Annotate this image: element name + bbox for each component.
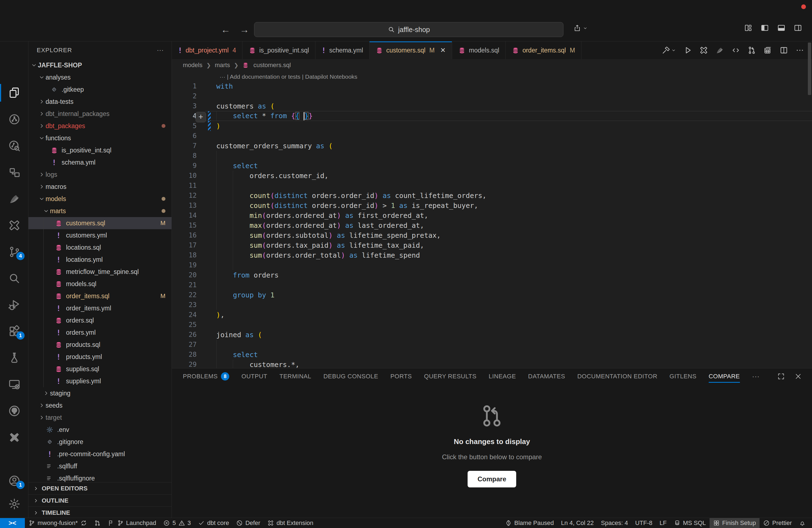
- code-line-27[interactable]: 27: [172, 340, 812, 350]
- activity-settings[interactable]: [0, 491, 28, 517]
- activity-dbt-power-user[interactable]: [0, 212, 28, 238]
- status-finish-setup[interactable]: Finish Setup: [710, 518, 759, 528]
- tree-item-target[interactable]: target: [28, 411, 172, 424]
- tree-item-functions[interactable]: functions: [28, 132, 172, 144]
- tree-item-models.sql[interactable]: models.sql: [28, 278, 172, 290]
- editor-action-build-tool[interactable]: [662, 46, 676, 55]
- tree-item-marts[interactable]: marts: [28, 205, 172, 217]
- activity-run-and-debug[interactable]: [0, 292, 28, 318]
- tree-item-locations.yml[interactable]: !locations.yml: [28, 253, 172, 266]
- code-line-29[interactable]: 29 customers.*,: [172, 360, 812, 368]
- close-icon[interactable]: ✕: [440, 46, 446, 54]
- editor-action-query-results[interactable]: [764, 46, 772, 55]
- nav-back-icon[interactable]: ←: [221, 24, 230, 35]
- activity-source-control[interactable]: 4: [0, 239, 28, 265]
- editor-action-more-actions[interactable]: [795, 46, 804, 55]
- tree-item-customers.sql[interactable]: customers.sqlM: [28, 217, 172, 229]
- code-line-26[interactable]: 26joined as (: [172, 330, 812, 340]
- tree-item-analyses[interactable]: analyses: [28, 71, 172, 84]
- panel-tab-problems[interactable]: PROBLEMS8: [183, 368, 229, 384]
- editor-action-dbt-power-user[interactable]: [699, 46, 708, 55]
- activity-dbt-query-explorer[interactable]: [0, 133, 28, 159]
- nav-forward-icon[interactable]: →: [240, 24, 249, 35]
- activity-search[interactable]: [0, 266, 28, 291]
- code-line-17[interactable]: 17 sum(orders.tax_paid) as lifetime_tax_…: [172, 240, 812, 250]
- panel-tab-documentation-editor[interactable]: DOCUMENTATION EDITOR: [577, 368, 657, 384]
- code-line-3[interactable]: 3customers as (: [172, 101, 812, 111]
- code-line-20[interactable]: 20 from orders: [172, 270, 812, 280]
- editor-action-split-editor[interactable]: [779, 46, 788, 55]
- code-line-1[interactable]: 1with: [172, 81, 812, 91]
- add-line-action-button[interactable]: +: [195, 112, 206, 122]
- tree-item-.gitkeep[interactable]: .gitkeep: [28, 84, 172, 96]
- panel-tab-output[interactable]: OUTPUT: [242, 368, 267, 384]
- status-prettier-status[interactable]: Prettier: [759, 518, 795, 528]
- status-encoding[interactable]: UTF-8: [632, 518, 656, 528]
- section-outline[interactable]: OUTLINE: [28, 494, 172, 507]
- status-launchpad[interactable]: Launchpad: [104, 518, 160, 528]
- tree-item-order_items.sql[interactable]: order_items.sqlM: [28, 290, 172, 302]
- status-remote-indicator[interactable]: ><: [0, 518, 25, 528]
- tree-item-orders.yml[interactable]: !orders.yml: [28, 326, 172, 339]
- status-cursor-position[interactable]: Ln 4, Col 22: [557, 518, 597, 528]
- toggle-panel-icon[interactable]: [777, 24, 785, 32]
- tree-item-.env[interactable]: .env: [28, 424, 172, 436]
- tree-item-.sqlfluffignore[interactable]: .sqlfluffignore: [28, 472, 172, 482]
- code-line-4[interactable]: 4+ select * from {{ }}: [172, 111, 812, 121]
- activity-extensions[interactable]: 1: [0, 319, 28, 344]
- panel-tab-lineage[interactable]: LINEAGE: [489, 368, 516, 384]
- status-indentation[interactable]: Spaces: 4: [597, 518, 632, 528]
- code-line-19[interactable]: 19: [172, 260, 812, 270]
- status-dbt-extension-status[interactable]: dbt Extension: [264, 518, 317, 528]
- status-eol-sequence[interactable]: LF: [656, 518, 670, 528]
- tree-item-products.yml[interactable]: !products.yml: [28, 351, 172, 363]
- activity-dependencies[interactable]: [0, 160, 28, 185]
- activity-accounts[interactable]: 1: [0, 468, 28, 494]
- panel-more-actions[interactable]: ···: [752, 372, 759, 381]
- compare-button[interactable]: Compare: [468, 471, 516, 487]
- breadcrumb-item[interactable]: customers.sql: [253, 62, 291, 69]
- tab-models.sql[interactable]: models.sql: [452, 41, 506, 59]
- tree-item-macros[interactable]: macros: [28, 180, 172, 193]
- code-line-9[interactable]: 9 select: [172, 161, 812, 171]
- tree-item-.gitignore[interactable]: .gitignore: [28, 436, 172, 448]
- share-export-button[interactable]: [574, 24, 588, 32]
- activity-remote-explorer[interactable]: [0, 372, 28, 397]
- panel-tab-query-results[interactable]: QUERY RESULTS: [424, 368, 476, 384]
- code-line-16[interactable]: 16 sum(orders.subtotal) as lifetime_spen…: [172, 230, 812, 240]
- status-notifications[interactable]: [795, 518, 809, 528]
- code-line-5[interactable]: 5): [172, 121, 812, 131]
- codelens-actions[interactable]: ··· | Add documentation or tests | Datap…: [220, 72, 358, 81]
- code-line-22[interactable]: 22 group by 1: [172, 290, 812, 300]
- code-line-15[interactable]: 15 max(orders.ordered_at) as last_ordere…: [172, 220, 812, 230]
- breadcrumb-item[interactable]: marts: [215, 62, 230, 69]
- tree-item-dbt_packages[interactable]: dbt_packages: [28, 120, 172, 132]
- code-line-13[interactable]: 13 count(distinct orders.order_id) > 1 a…: [172, 201, 812, 210]
- tree-item-supplies.yml[interactable]: !supplies.yml: [28, 375, 172, 387]
- code-line-6[interactable]: 6: [172, 131, 812, 141]
- maximize-panel-icon[interactable]: [777, 372, 785, 380]
- panel-tab-compare[interactable]: COMPARE: [709, 368, 740, 384]
- close-panel-icon[interactable]: [794, 372, 802, 380]
- editor-action-dbt[interactable]: [715, 46, 724, 55]
- breadcrumb-item[interactable]: models: [183, 62, 202, 69]
- tree-item-supplies.sql[interactable]: supplies.sql: [28, 363, 172, 375]
- editor-action-git-compare[interactable]: [748, 46, 756, 55]
- code-line-12[interactable]: 12 count(distinct orders.order_id) as co…: [172, 191, 812, 201]
- tree-item-.sqlfluff[interactable]: .sqlfluff: [28, 460, 172, 472]
- status-blame-status[interactable]: Blame Paused: [502, 518, 557, 528]
- toggle-sidebar-icon[interactable]: [760, 24, 769, 32]
- panel-tab-debug-console[interactable]: DEBUG CONSOLE: [323, 368, 378, 384]
- tree-item-data-tests[interactable]: data-tests: [28, 96, 172, 108]
- panel-tab-datamates[interactable]: DATAMATES: [528, 368, 565, 384]
- code-line-25[interactable]: 25: [172, 320, 812, 330]
- toggle-secondary-sidebar-icon[interactable]: [794, 24, 802, 32]
- tree-item-logs[interactable]: logs: [28, 168, 172, 180]
- tree-item-products.sql[interactable]: products.sql: [28, 339, 172, 351]
- tree-item-staging[interactable]: staging: [28, 387, 172, 399]
- activity-dbt-lineage[interactable]: [0, 107, 28, 132]
- code-line-28[interactable]: 28 select: [172, 350, 812, 360]
- explorer-more-actions[interactable]: ···: [157, 47, 164, 54]
- tree-item-schema.yml[interactable]: !schema.yml: [28, 156, 172, 168]
- tree-item-order_items.yml[interactable]: !order_items.yml: [28, 302, 172, 314]
